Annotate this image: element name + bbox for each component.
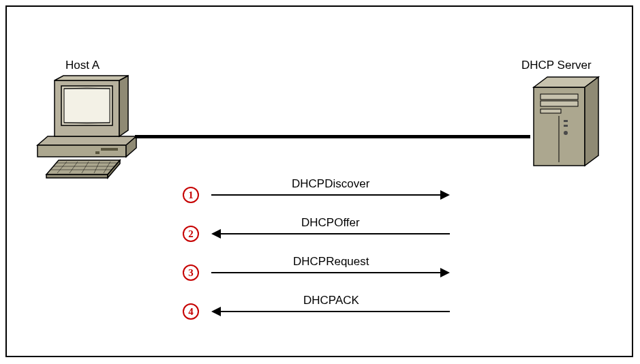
svg-rect-3 — [101, 148, 118, 151]
computer-icon — [27, 74, 143, 182]
host-a-label: Host A — [65, 59, 100, 72]
svg-marker-7 — [55, 76, 128, 80]
step-3-label: DHCPRequest — [293, 255, 369, 269]
svg-point-30 — [564, 131, 568, 135]
svg-rect-28 — [564, 120, 568, 122]
diagram-frame: Host A DHCP Server — [5, 5, 633, 357]
dhcp-server-label: DHCP Server — [521, 59, 592, 72]
svg-marker-0 — [37, 136, 136, 145]
svg-rect-9 — [64, 89, 110, 123]
step-2-circle: 2 — [183, 226, 199, 242]
svg-rect-26 — [540, 109, 561, 113]
step-4-arrow — [221, 311, 450, 312]
step-1-arrow — [211, 194, 440, 196]
step-4-arrowhead-icon — [211, 307, 221, 316]
server-icon — [528, 75, 607, 173]
network-cable — [135, 135, 530, 138]
step-1-label: DHCPDiscover — [292, 177, 369, 191]
svg-marker-23 — [585, 77, 598, 166]
step-3-circle: 3 — [183, 264, 199, 281]
step-3-arrowhead-icon — [440, 268, 450, 277]
step-4-label: DHCPACK — [303, 294, 359, 307]
step-1-arrowhead-icon — [440, 190, 450, 200]
svg-rect-1 — [37, 145, 126, 157]
step-2-arrow — [221, 233, 450, 234]
svg-marker-11 — [46, 175, 108, 178]
svg-rect-25 — [540, 101, 578, 106]
step-1-circle: 1 — [183, 187, 199, 203]
step-2-arrowhead-icon — [211, 229, 221, 239]
step-3-arrow — [211, 272, 440, 273]
step-2-label: DHCPOffer — [301, 216, 360, 230]
svg-marker-6 — [119, 76, 128, 136]
svg-rect-4 — [95, 151, 100, 154]
svg-rect-24 — [540, 94, 578, 100]
svg-rect-29 — [564, 125, 568, 127]
step-4-circle: 4 — [183, 303, 199, 320]
